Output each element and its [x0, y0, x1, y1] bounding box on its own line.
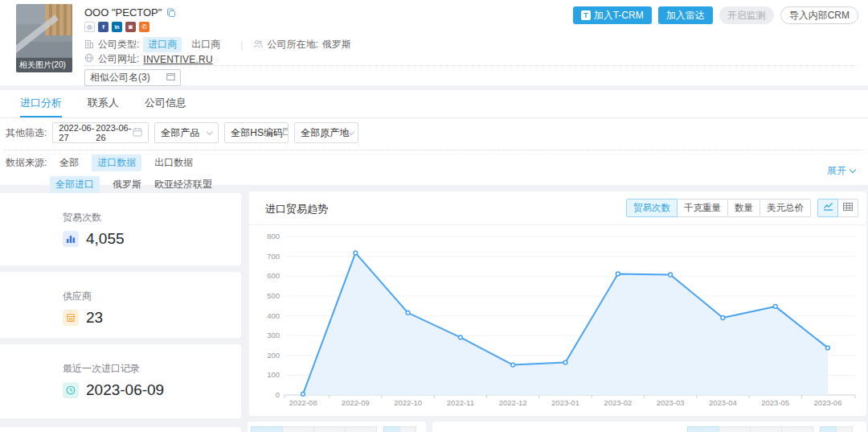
metric-button-stub[interactable]	[313, 426, 346, 432]
page: 相关图片(20) OOO "PECTOP" ◎fin◙✆ 公司类型: 进口商出口…	[0, 0, 868, 432]
svg-text:600: 600	[267, 271, 280, 280]
bottom-panel-left	[248, 422, 426, 432]
add-to-radar-button-label: 加入雷达	[666, 9, 705, 23]
stat-card-trade-count-value-row: 4,055	[63, 230, 241, 248]
stat-card-last-import: 最近一次进口记录2023-06-09	[0, 344, 241, 418]
clock-icon	[63, 382, 79, 398]
svg-text:800: 800	[267, 232, 280, 241]
metric-button-stub[interactable]	[251, 426, 283, 432]
metric-button-stub[interactable]	[750, 426, 782, 432]
data-source-sub-options: 全部进口俄罗斯欧亚经济联盟	[37, 176, 212, 193]
svg-text:200: 200	[267, 351, 280, 360]
bar-chart-icon	[63, 231, 79, 247]
company-website-link[interactable]: INVENTIVE.RU	[143, 54, 212, 65]
metric-trade-count-button[interactable]: 贸易次数	[626, 199, 678, 217]
date-start[interactable]: 2022-06-27	[59, 123, 96, 142]
metric-kg-weight-button[interactable]: 千克重量	[677, 199, 728, 217]
trend-line-chart[interactable]: 01002003004005006007008002022-082022-092…	[256, 227, 863, 412]
ds-sub-all-imports[interactable]: 全部进口	[50, 176, 100, 193]
instagram-icon[interactable]: ◙	[125, 22, 136, 32]
filter-row: 其他筛选: 2022-06-27 2023-06-26 全部产品 全部HS编码 …	[6, 122, 868, 143]
related-images-label[interactable]: 相关图片(20)	[16, 58, 72, 72]
stat-card-last-import-value: 2023-06-09	[86, 381, 164, 399]
stat-card-trade-count-label: 贸易次数	[63, 193, 241, 224]
svg-text:0: 0	[276, 390, 280, 399]
company-name: OOO "PECTOP"	[84, 6, 162, 19]
svg-text:700: 700	[267, 252, 280, 261]
stat-card-suppliers-value: 23	[86, 309, 103, 327]
metric-button-stub[interactable]	[781, 426, 813, 432]
website-label: 公司网址:	[98, 52, 139, 66]
chevron-down-icon	[850, 167, 856, 173]
company-type-exporter-tag[interactable]: 出口商	[191, 38, 220, 51]
stat-card-partial	[0, 427, 241, 432]
product-select[interactable]: 全部产品	[154, 122, 219, 143]
origin-select-value: 全部原产地	[301, 126, 349, 140]
company-photo[interactable]: 相关图片(20)	[16, 4, 72, 72]
website-icon[interactable]: ◎	[84, 22, 95, 32]
metric-button-group: 贸易次数千克重量数量美元总价	[626, 199, 811, 217]
header-actions: T加入T-CRM加入雷达开启监测导入内部CRM	[573, 6, 858, 24]
tab-contacts[interactable]: 联系人	[88, 90, 119, 117]
window-icon	[166, 72, 175, 84]
panel-controls: 贸易次数千克重量数量美元总价	[626, 199, 858, 217]
ds-option-import-data[interactable]: 进口数据	[92, 154, 141, 171]
ds-sub-russia[interactable]: 俄罗斯	[113, 178, 141, 191]
similar-companies-button[interactable]: 相似公司名(3)	[84, 69, 181, 86]
hs-code-select[interactable]: 全部HS编码	[224, 122, 289, 143]
data-source-label: 数据来源:	[6, 156, 47, 170]
company-website-row: 公司网址: INVENTIVE.RU	[84, 52, 213, 66]
metric-button-stub[interactable]	[687, 426, 719, 432]
facebook-icon[interactable]: f	[98, 22, 108, 32]
svg-text:2023-05: 2023-05	[761, 398, 789, 407]
bottom-panel-right-buttons	[688, 426, 853, 432]
building-icon	[84, 39, 94, 51]
view-button-stub[interactable]	[383, 426, 400, 432]
ds-option-all[interactable]: 全部	[59, 156, 79, 170]
view-button-stub[interactable]	[836, 426, 853, 432]
svg-text:2022-09: 2022-09	[342, 398, 370, 407]
svg-text:2023-02: 2023-02	[604, 398, 632, 407]
svg-text:100: 100	[267, 370, 280, 379]
start-monitoring-button[interactable]: 开启监测	[719, 6, 774, 24]
metric-button-stub[interactable]	[719, 426, 751, 432]
metric-button-stub[interactable]	[282, 426, 314, 432]
similar-companies-label: 相似公司名(3)	[90, 71, 150, 84]
phone-icon[interactable]: ✆	[139, 22, 149, 32]
t-crm-icon: T	[581, 10, 591, 20]
view-button-stub[interactable]	[820, 426, 837, 432]
company-type-importer-tag[interactable]: 进口商	[143, 37, 182, 52]
view-table-button[interactable]	[837, 199, 858, 217]
ds-sub-eaeu[interactable]: 欧亚经济联盟	[154, 178, 212, 191]
vertical-divider: |	[240, 39, 243, 51]
chevron-down-icon	[348, 128, 354, 134]
view-button-stub[interactable]	[399, 426, 416, 432]
expand-button[interactable]: 展开	[827, 164, 855, 178]
add-to-radar-button[interactable]: 加入雷达	[658, 6, 713, 24]
ds-option-export-data[interactable]: 出口数据	[154, 156, 193, 170]
stat-card-suppliers-value-row: 23	[63, 309, 241, 327]
origin-select[interactable]: 全部原产地	[294, 122, 358, 143]
import-internal-crm-button[interactable]: 导入内部CRM	[780, 6, 858, 24]
date-end[interactable]: 2023-06-26	[96, 123, 133, 142]
panel-title: 进口贸易趋势	[265, 202, 328, 216]
view-line-chart-button[interactable]	[817, 199, 838, 217]
copy-icon[interactable]	[166, 8, 176, 18]
date-range-picker[interactable]: 2022-06-27 2023-06-26	[52, 122, 149, 143]
shop-icon	[63, 310, 79, 326]
chevron-down-icon	[207, 128, 213, 134]
linkedin-icon[interactable]: in	[112, 22, 122, 32]
metric-usd-total-button[interactable]: 美元总价	[760, 199, 811, 217]
svg-text:2022-08: 2022-08	[289, 398, 317, 407]
line-chart-icon	[823, 200, 833, 216]
metric-quantity-button[interactable]: 数量	[727, 199, 760, 217]
metric-button-stub[interactable]	[345, 426, 377, 432]
svg-text:2022-10: 2022-10	[394, 398, 422, 407]
svg-text:2023-06: 2023-06	[814, 398, 842, 407]
svg-text:2023-03: 2023-03	[657, 398, 685, 407]
location-value: 俄罗斯	[322, 38, 351, 51]
globe-icon	[84, 53, 94, 65]
tab-company-info[interactable]: 公司信息	[145, 90, 186, 117]
tab-import-analysis[interactable]: 进口分析	[20, 90, 62, 117]
add-to-tcrm-button[interactable]: T加入T-CRM	[573, 6, 652, 24]
